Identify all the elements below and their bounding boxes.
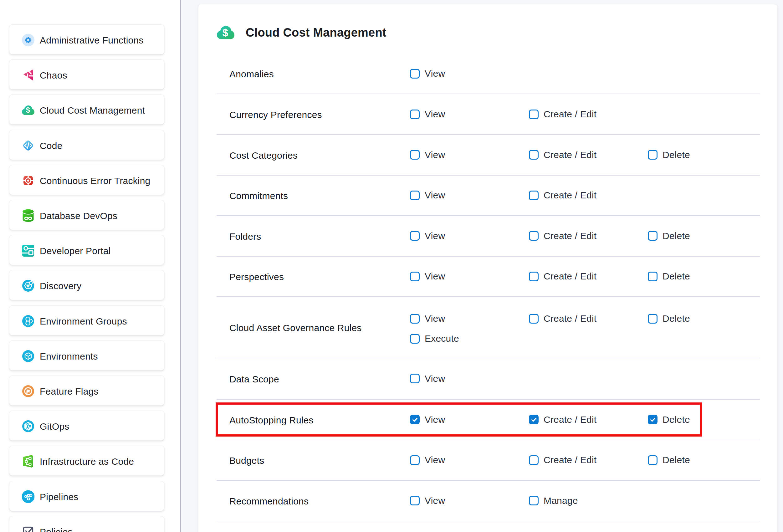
svg-text:$: $ xyxy=(222,27,228,38)
svg-text:$: $ xyxy=(26,106,30,114)
